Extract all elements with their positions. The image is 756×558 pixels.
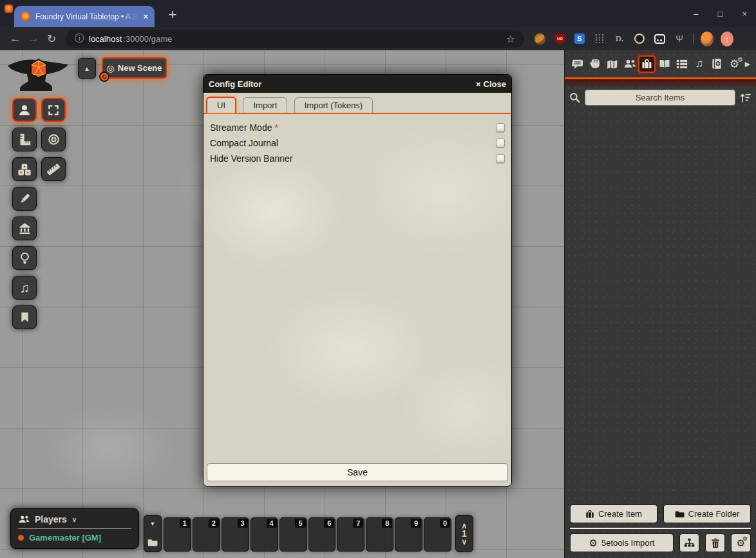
nav-collapse-button[interactable]: ▲ [78, 58, 96, 79]
streamer-mode-checkbox[interactable] [496, 123, 505, 132]
tool-tile-controls[interactable] [12, 157, 37, 181]
fork-extension-icon[interactable]: Ψ [673, 32, 686, 45]
tool-token-controls[interactable] [12, 98, 37, 122]
profile-avatar[interactable] [701, 32, 713, 45]
player-online-dot [18, 535, 24, 541]
back-button[interactable]: ← [6, 32, 24, 45]
window-controls: – □ × [694, 0, 747, 27]
tab-close-icon[interactable]: × [143, 12, 148, 21]
trash-icon [711, 538, 720, 548]
subtool-measure-distance[interactable] [41, 157, 66, 181]
macro-slot[interactable]: 1 [164, 517, 191, 552]
caret-right-icon: ▶ [745, 60, 750, 68]
tab-actors[interactable] [621, 55, 638, 73]
container-extension-icon[interactable] [653, 32, 666, 45]
tool-wall-controls[interactable] [12, 216, 37, 240]
tab-chat[interactable] [569, 55, 586, 73]
setting-compact-journal: Compact Journal [210, 135, 505, 151]
macro-slot[interactable]: 4 [250, 517, 278, 552]
update-button[interactable]: ↑ [721, 32, 733, 45]
tab-ui[interactable]: UI [206, 97, 236, 113]
cog-small-icon: ⚙ [742, 536, 748, 542]
tool-sound-controls[interactable]: ♫ [12, 276, 37, 300]
subtool-target-tokens[interactable] [41, 128, 66, 151]
macro-slot[interactable]: 6 [308, 517, 336, 552]
browser-titlebar: Foundry Virtual Tabletop • A Stan × + – … [0, 0, 756, 27]
setting-label: Compact Journal [210, 138, 278, 148]
session-extension-icon[interactable]: S [573, 32, 586, 45]
foundry-logo[interactable] [4, 55, 71, 93]
dialog-close-button[interactable]: × Close [476, 79, 506, 89]
create-folder-button[interactable]: Create Folder [663, 505, 751, 523]
macro-slot[interactable]: 9 [395, 517, 422, 552]
tool-measure-controls[interactable] [12, 128, 37, 151]
5etools-import-button[interactable]: ⚙ 5etools Import [570, 534, 674, 552]
tab-playlists[interactable]: ♫ [691, 55, 708, 73]
macro-slot[interactable]: 7 [337, 517, 364, 552]
tab-items[interactable] [638, 55, 656, 73]
browser-tab[interactable]: Foundry Virtual Tabletop • A Stan × [14, 6, 155, 27]
tab-compendium[interactable] [708, 55, 726, 73]
ublock-extension-icon[interactable]: UO [553, 32, 566, 45]
tab-journal[interactable] [656, 55, 673, 73]
toolbar-separator [693, 33, 694, 44]
tool-drawing-controls[interactable] [12, 187, 37, 211]
site-info-icon[interactable]: ⓘ [75, 33, 84, 44]
gm-badge: G [99, 72, 109, 82]
macro-folder-button[interactable] [147, 538, 158, 546]
setting-label: Streamer Mode [210, 122, 272, 133]
sliders-extension-icon[interactable] [593, 32, 606, 45]
players-header[interactable]: Players ∨ [18, 512, 131, 526]
player-row-gamemaster[interactable]: Gamemaster [GM] [18, 532, 131, 543]
forward-button[interactable]: → [24, 32, 43, 45]
slot-number: 6 [324, 519, 334, 528]
settings-cogs-button[interactable]: ⚙ ⚙ [731, 534, 751, 552]
macro-slot[interactable]: 2 [193, 517, 220, 552]
collapse-hotbar-button[interactable]: ▼ [150, 521, 156, 527]
folder-tree-button[interactable] [679, 534, 699, 552]
macro-slot[interactable]: 8 [366, 517, 393, 552]
macro-slot[interactable]: 5 [279, 517, 307, 552]
subtool-select-tokens[interactable] [41, 98, 66, 122]
setting-streamer-mode: Streamer Mode * [210, 120, 505, 135]
tab-combat[interactable] [586, 55, 603, 73]
new-tab-button[interactable]: + [164, 6, 182, 24]
window-maximize-button[interactable]: □ [718, 9, 723, 19]
darkreader-extension-icon[interactable]: D. [613, 32, 626, 45]
window-close-button[interactable]: × [742, 9, 747, 19]
cookie-extension-icon[interactable] [533, 32, 546, 45]
compact-journal-checkbox[interactable] [496, 139, 505, 148]
tab-tables[interactable] [674, 55, 691, 73]
sidebar-collapse-button[interactable]: ▶ [743, 55, 752, 73]
extensions-row: UO S D. Ψ ↑ [533, 32, 733, 45]
search-input[interactable] [585, 90, 735, 106]
window-minimize-button[interactable]: – [694, 9, 698, 19]
create-item-label: Create Item [598, 509, 642, 519]
tab-import-tokens[interactable]: Import (Tokens) [294, 97, 373, 113]
bookmark-star-icon[interactable]: ☆ [506, 33, 515, 45]
item-directory-list[interactable] [565, 110, 756, 500]
search-icon [569, 92, 580, 103]
macro-slot[interactable]: 0 [424, 517, 451, 552]
eye-extension-icon[interactable] [633, 32, 646, 45]
slot-number: 8 [382, 519, 392, 528]
address-bar[interactable]: ⓘ localhost :30000/game ☆ [66, 30, 524, 48]
reload-button[interactable]: ↻ [43, 32, 61, 46]
tool-notes-controls[interactable] [12, 305, 37, 329]
create-item-button[interactable]: Create Item [570, 505, 657, 523]
sort-folders-icon[interactable] [740, 92, 751, 103]
tab-scenes[interactable] [603, 55, 621, 73]
page-up-button[interactable]: ∧ [462, 523, 468, 529]
config-editor-header[interactable]: Config Editor × Close [203, 75, 511, 93]
save-button[interactable]: Save [207, 463, 508, 481]
tab-settings[interactable]: ⚙ ⚙ [726, 55, 743, 73]
page-down-button[interactable]: ∨ [462, 539, 468, 545]
delete-button[interactable] [705, 534, 725, 552]
gear-icon: ⚙ [589, 538, 598, 548]
new-scene-button[interactable]: ◎ New Scene G [102, 57, 167, 79]
tab-import[interactable]: Import [243, 97, 287, 113]
macro-slot[interactable]: 3 [222, 517, 249, 552]
hide-version-banner-checkbox[interactable] [496, 154, 505, 163]
tool-lighting-controls[interactable] [12, 246, 37, 270]
users-icon [18, 515, 30, 524]
